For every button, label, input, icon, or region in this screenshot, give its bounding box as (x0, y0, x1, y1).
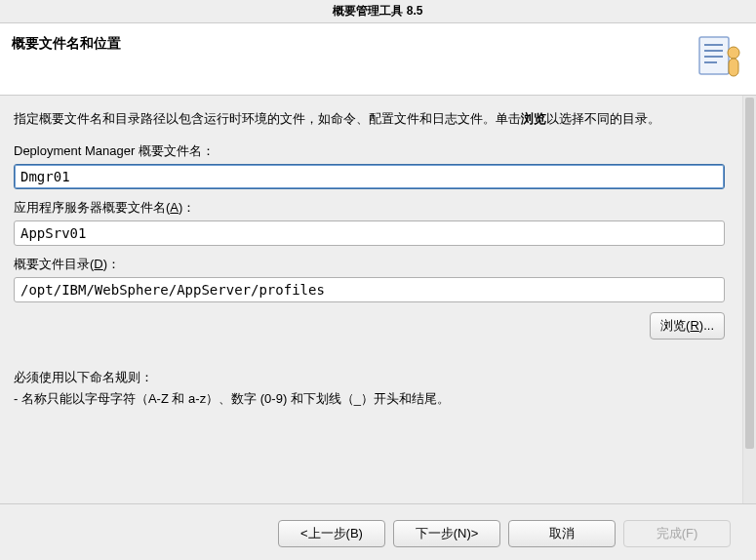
rules-line1: - 名称只能以字母字符（A-Z 和 a-z）、数字 (0-9) 和下划线（_）开… (14, 388, 725, 410)
svg-rect-6 (729, 59, 738, 76)
intro-prefix: 指定概要文件名和目录路径以包含运行时环境的文件，如命令、配置文件和日志文件。单击 (14, 111, 521, 126)
profile-dir-input[interactable] (14, 277, 725, 302)
page-title: 概要文件名和位置 (12, 33, 121, 53)
browse-key: R (690, 318, 698, 333)
app-label-key: A (170, 200, 179, 215)
intro-bold: 浏览 (521, 111, 546, 126)
browse-button[interactable]: 浏览(R)... (650, 312, 725, 340)
dir-label-prefix: 概要文件目录( (14, 257, 94, 271)
naming-rules: 必须使用以下命名规则： - 名称只能以字母字符（A-Z 和 a-z）、数字 (0… (14, 367, 725, 410)
profile-dir-label: 概要文件目录(D)： (14, 256, 725, 273)
browse-row: 浏览(R)... (14, 312, 725, 340)
app-profile-label: 应用程序服务器概要文件名(A)： (14, 199, 725, 217)
scrollbar[interactable] (742, 96, 756, 503)
window-title: 概要管理工具 8.5 (333, 4, 422, 18)
next-button[interactable]: 下一步(N)> (393, 520, 500, 547)
wizard-footer: <上一步(B) 下一步(N)> 取消 完成(F) (0, 503, 756, 560)
wizard-icon (697, 33, 744, 84)
browse-suffix: )... (699, 318, 714, 333)
dm-profile-input[interactable] (14, 164, 725, 189)
cancel-button[interactable]: 取消 (508, 520, 616, 547)
window-titlebar: 概要管理工具 8.5 (0, 0, 756, 23)
finish-button: 完成(F) (623, 520, 731, 547)
dir-label-key: D (94, 257, 102, 271)
rules-title: 必须使用以下命名规则： (14, 367, 725, 388)
intro-suffix: 以选择不同的目录。 (546, 111, 660, 126)
dm-profile-label: Deployment Manager 概要文件名： (14, 142, 725, 160)
svg-point-5 (728, 47, 739, 59)
back-button[interactable]: <上一步(B) (278, 520, 385, 547)
app-label-prefix: 应用程序服务器概要文件名( (14, 200, 170, 215)
dir-label-suffix: )： (103, 257, 120, 271)
intro-text: 指定概要文件名和目录路径以包含运行时环境的文件，如命令、配置文件和日志文件。单击… (14, 109, 725, 129)
app-label-suffix: )： (179, 200, 195, 215)
scrollbar-thumb[interactable] (745, 98, 754, 449)
wizard-content: 指定概要文件名和目录路径以包含运行时环境的文件，如命令、配置文件和日志文件。单击… (0, 96, 756, 503)
app-profile-input[interactable] (14, 220, 725, 246)
browse-prefix: 浏览( (660, 318, 690, 333)
wizard-header: 概要文件名和位置 (0, 23, 756, 96)
